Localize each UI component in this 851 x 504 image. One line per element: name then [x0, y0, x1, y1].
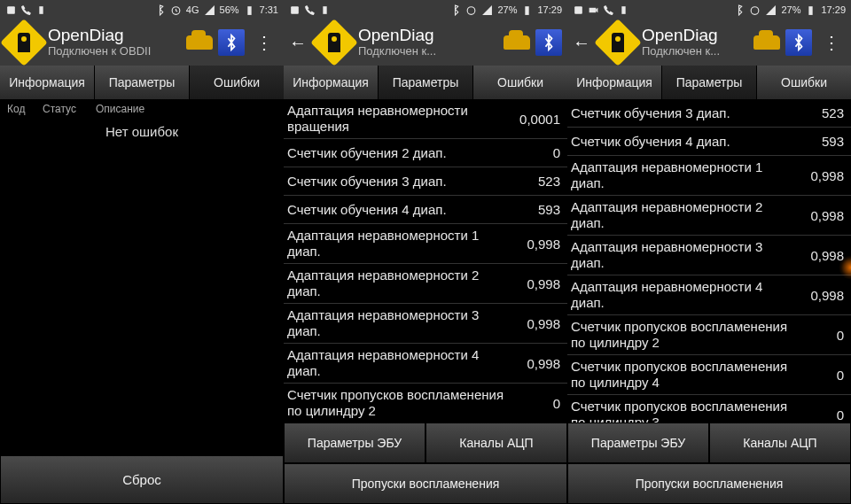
param-value: 0,998 [794, 168, 844, 183]
param-row[interactable]: Счетчик пропусков воспламенения по цилин… [567, 315, 851, 355]
app-subtitle: Подключен к... [358, 45, 436, 58]
status-bar: 27% 17:29 [567, 0, 851, 19]
app-logo-icon [0, 19, 48, 66]
param-row[interactable]: Адаптация неравномерности 2 диап.0,998 [567, 196, 851, 236]
bluetooth-icon [733, 4, 745, 16]
param-name: Счетчик обучения 4 диап. [287, 202, 511, 218]
back-button[interactable]: ← [289, 33, 310, 53]
battery-label: 56% [220, 4, 239, 15]
no-errors-label: Нет ошибок [0, 119, 284, 144]
call-icon [304, 4, 316, 16]
param-value: 0 [511, 396, 560, 411]
app-bar: ← OpenDiag Подключен к... ⋮ [567, 19, 851, 66]
battery-icon [805, 4, 816, 16]
param-name: Адаптация неравномерности 1 диап. [571, 159, 794, 191]
back-button[interactable]: ← [573, 33, 594, 53]
ecu-params-button[interactable]: Параметры ЭБУ [284, 423, 426, 463]
param-row[interactable]: Адаптация неравномерности 1 диап.0,998 [567, 156, 851, 196]
status-bar: 27% 17:29 [284, 0, 567, 19]
param-value: 0,998 [511, 236, 560, 252]
col-status: Статус [43, 103, 96, 115]
param-name: Адаптация неравномерности 2 диап. [287, 268, 511, 299]
tab-info[interactable]: Информация [284, 66, 379, 99]
overflow-menu-icon[interactable]: ⋮ [250, 32, 278, 53]
car-icon[interactable] [504, 35, 530, 50]
signal-icon [765, 4, 777, 16]
param-name: Счетчик пропусков воспламенения по цилин… [571, 359, 794, 391]
ecu-params-button[interactable]: Параметры ЭБУ [567, 423, 709, 463]
param-value: 0,998 [794, 288, 844, 303]
param-row[interactable]: Счетчик пропусков воспламенения по цилин… [567, 355, 851, 395]
errors-header: Код Статус Описание [0, 99, 284, 119]
param-row[interactable]: Адаптация неравномерности 3 диап.0,998 [284, 304, 567, 344]
param-row[interactable]: Счетчик пропусков воспламенения по цилин… [567, 395, 851, 423]
misfire-button[interactable]: Пропуски воспламенения [567, 463, 851, 504]
svg-rect-0 [7, 6, 15, 14]
adc-channels-button[interactable]: Каналы АЦП [709, 423, 851, 463]
param-row[interactable]: Адаптация неравномерности 1 диап.0,998 [284, 224, 567, 264]
param-row[interactable]: Адаптация неравномерности 4 диап.0,998 [284, 344, 567, 384]
tab-info[interactable]: Информация [567, 66, 662, 99]
battery-notif-icon [319, 4, 331, 16]
param-row[interactable]: Адаптация неравномерности вращения0,0001 [284, 99, 567, 139]
tab-errors[interactable]: Ошибки [757, 66, 851, 99]
tab-errors[interactable]: Ошибки [473, 66, 567, 99]
reset-button[interactable]: Сброс [0, 455, 284, 504]
status-bar: 4G 56% 7:31 [0, 0, 284, 19]
screen-params-2: 27% 17:29 ← OpenDiag Подключен к... ⋮ Ин… [567, 0, 851, 504]
bluetooth-button[interactable] [785, 29, 812, 56]
svg-rect-5 [323, 6, 326, 14]
clock-label: 17:29 [821, 4, 846, 15]
overflow-menu-icon[interactable]: ⋮ [817, 32, 846, 53]
notification-icon [289, 4, 301, 16]
param-row[interactable]: Счетчик обучения 3 диап.523 [567, 99, 851, 128]
svg-rect-8 [574, 6, 582, 14]
content-area[interactable]: Счетчик обучения 3 диап.523Счетчик обуче… [567, 99, 851, 423]
net-label: 4G [186, 4, 199, 15]
param-row[interactable]: Адаптация неравномерности 2 диап.0,998 [284, 264, 567, 304]
tab-bar: Информация Параметры Ошибки [284, 66, 567, 99]
param-row[interactable]: Счетчик обучения 3 диап.523 [284, 167, 567, 196]
param-name: Адаптация неравномерности 3 диап. [287, 307, 511, 339]
param-row[interactable]: Счетчик обучения 2 диап.0 [284, 139, 567, 167]
tab-params[interactable]: Параметры [662, 66, 757, 99]
adc-channels-button[interactable]: Каналы АЦП [426, 423, 567, 463]
param-row[interactable]: Счетчик пропусков воспламенения по цилин… [284, 384, 567, 423]
param-value: 593 [794, 134, 844, 149]
param-name: Счетчик обучения 4 диап. [571, 134, 794, 150]
app-title: OpenDiag [48, 27, 151, 45]
cam-icon [588, 4, 599, 16]
app-subtitle: Подключен к OBDII [48, 45, 151, 58]
content-area[interactable]: Адаптация неравномерности вращения0,0001… [284, 99, 567, 423]
param-row[interactable]: Счетчик обучения 4 диап.593 [567, 128, 851, 156]
tab-info[interactable]: Информация [0, 66, 95, 99]
param-name: Адаптация неравномерности вращения [287, 103, 511, 135]
car-icon[interactable] [186, 35, 213, 50]
svg-rect-1 [39, 6, 43, 14]
param-row[interactable]: Счетчик обучения 4 диап.593 [284, 196, 567, 224]
svg-rect-7 [526, 6, 529, 15]
misfire-button[interactable]: Пропуски воспламенения [284, 463, 567, 504]
app-title: OpenDiag [358, 27, 436, 45]
param-name: Счетчик пропусков воспламенения по цилин… [571, 319, 794, 351]
screen-params-1: 27% 17:29 ← OpenDiag Подключен к... Инфо… [284, 0, 567, 504]
col-desc: Описание [96, 103, 144, 115]
tab-params[interactable]: Параметры [95, 66, 190, 99]
param-row[interactable]: Адаптация неравномерности 3 диап.0,998 [567, 236, 851, 275]
battery-icon [244, 4, 255, 16]
param-value: 0,0001 [511, 112, 560, 127]
param-value: 0 [794, 407, 844, 423]
bluetooth-button[interactable] [218, 29, 245, 56]
signal-icon [481, 4, 493, 16]
screen-errors: 4G 56% 7:31 OpenDiag Подключен к OBDII ⋮… [0, 0, 284, 504]
app-title: OpenDiag [642, 27, 720, 45]
content-area: Код Статус Описание Нет ошибок [0, 99, 284, 455]
param-name: Адаптация неравномерности 1 диап. [287, 228, 511, 260]
svg-rect-12 [809, 6, 813, 15]
tab-params[interactable]: Параметры [379, 66, 473, 99]
bluetooth-button[interactable] [535, 29, 562, 56]
car-icon[interactable] [753, 35, 780, 50]
tab-errors[interactable]: Ошибки [190, 66, 284, 99]
call-icon [20, 4, 32, 16]
param-row[interactable]: Адаптация неравномерности 4 диап.0,998 [567, 275, 851, 315]
